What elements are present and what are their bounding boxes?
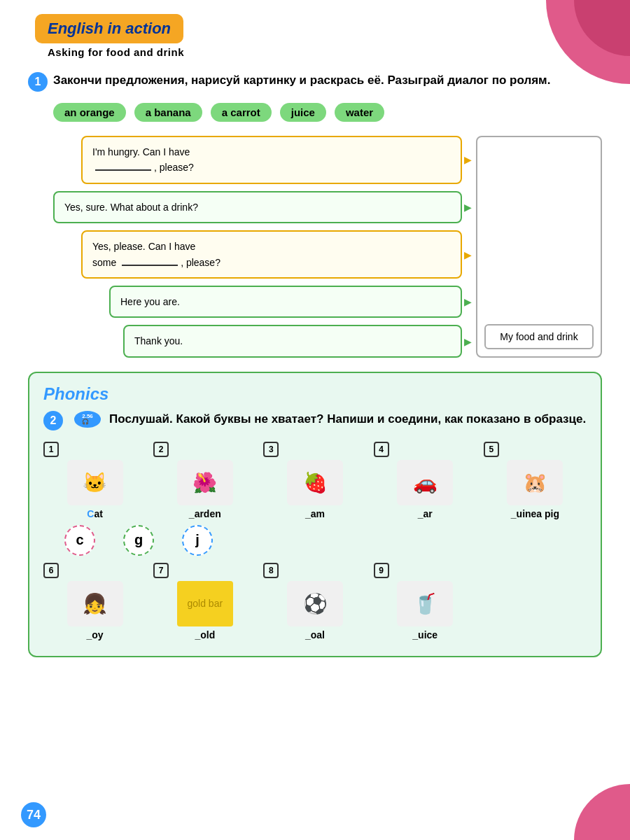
phonics-img-2: 🌺 [177,460,233,505]
phonics-item-6: 6 👧 _oy [43,563,146,640]
section2-number: 2 [43,411,63,430]
letter-g-text: g [134,532,143,548]
phonics-word-6: _oy [87,629,104,640]
phonics-item-3: 3 🍓 _am [263,442,366,519]
blank-2[interactable] [122,265,178,266]
phonics-item-9: 9 🥤 _uice [374,563,477,640]
phonics-img-4: 🚗 [397,460,453,505]
phonics-img-6: 👧 [67,581,123,626]
phonics-num-2: 2 [153,442,169,457]
phonics-num-5: 5 [484,442,499,457]
letter-circle-g[interactable]: g [123,525,154,556]
phonics-title: Phonics [43,384,587,404]
phonics-img-7: gold bar [177,581,233,626]
phonics-num-6: 6 [43,563,59,578]
phonics-word-8: _oal [305,629,325,640]
phonics-img-1: 🐱 [67,460,123,505]
phonics-section: Phonics 2 2.56🎧 Послушай. Какой буквы не… [28,372,602,657]
phonics-word-4: _ar [418,508,433,519]
dialog-drawing-area: I'm hungry. Can I have , please? Yes, su… [53,136,602,358]
phonics-word-7: _old [195,629,215,640]
section1-instruction: Закончи предложения, нарисуй картинку и … [53,72,550,89]
phonics-img-9: 🥤 [397,581,453,626]
phonics-row-1: 1 🐱 Cat 2 🌺 _arden 3 🍓 _am 4 🚗 [43,442,587,519]
phonics-num-9: 9 [374,563,389,578]
phonics-word-1: Cat [87,508,103,519]
letter-circle-c[interactable]: c [64,525,95,556]
dialog-box-4: Here you are. [109,286,462,318]
drawing-label: My food and drink [484,324,594,349]
phonics-row-2: 6 👧 _oy 7 gold bar _old 8 ⚽ _oal 9 [43,563,587,640]
dialog-box-5: Thank you. [123,325,462,357]
header-banner: English in action [35,14,183,43]
blank-1[interactable] [95,169,151,171]
phonics-num-7: 7 [153,563,169,578]
section1-number: 1 [28,72,48,92]
dialog-box-3: Yes, please. Can I have some , please? [81,230,462,279]
phonics-num-3: 3 [263,442,279,457]
dialog-wrapper-2: Yes, sure. What about a drink? [53,191,462,223]
phonics-word-2: _arden [189,508,221,519]
word-bubble-4: water [335,103,384,122]
phonics-img-8: ⚽ [287,581,343,626]
header-subtitle: Asking for food and drink [48,46,602,58]
phonics-word-9: _uice [412,629,438,640]
phonics-item-5: 5 🐹 _uinea pig [484,442,587,519]
page-number: 74 [21,802,46,827]
dialog-column: I'm hungry. Can I have , please? Yes, su… [53,136,462,358]
phonics-item-8: 8 ⚽ _oal [263,563,366,640]
corner-decoration-bottom-right [574,784,630,840]
phonics-item-2: 2 🌺 _arden [153,442,256,519]
dialog-box-1: I'm hungry. Can I have , please? [81,136,462,184]
dialog-wrapper-5: Thank you. [123,325,462,357]
letter-circle-j[interactable]: j [182,525,213,556]
phonics-word-5: _uinea pig [511,508,559,519]
drawing-box: My food and drink [476,136,602,358]
audio-badge[interactable]: 2.56🎧 [74,411,101,428]
dialog-box-2: Yes, sure. What about a drink? [53,191,462,223]
phonics-item-7: 7 gold bar _old [153,563,256,640]
letter-c-text: c [76,532,83,548]
phonics-word-3: _am [305,508,325,519]
phonics-num-8: 8 [263,563,279,578]
dialog-wrapper-4: Here you are. [109,286,462,318]
dialog-wrapper-1: I'm hungry. Can I have , please? [81,136,462,184]
letter-circles-row: c g j [64,525,587,556]
dialog-wrapper-3: Yes, please. Can I have some , please? [81,230,462,279]
section1-header: 1 Закончи предложения, нарисуй картинку … [28,72,602,92]
letter-c: C [87,508,94,519]
phonics-item-1: 1 🐱 Cat [43,442,146,519]
phonics-instruction: Послушай. Какой буквы не хватает? Напиши… [109,411,586,428]
word-bubble-2: a carrot [211,103,272,122]
letter-j-text: j [195,532,200,548]
word-bubble-1: a banana [134,103,202,122]
word-bubble-0: an orange [53,103,126,122]
phonics-item-4: 4 🚗 _ar [374,442,477,519]
word-bubbles-container: an orange a banana a carrot juice water [53,103,602,122]
header-title: English in action [48,20,171,37]
phonics-img-3: 🍓 [287,460,343,505]
phonics-header: 2 2.56🎧 Послушай. Какой буквы не хватает… [43,411,587,430]
phonics-num-1: 1 [43,442,59,457]
word-bubble-3: juice [280,103,326,122]
phonics-num-4: 4 [374,442,389,457]
phonics-img-5: 🐹 [507,460,563,505]
